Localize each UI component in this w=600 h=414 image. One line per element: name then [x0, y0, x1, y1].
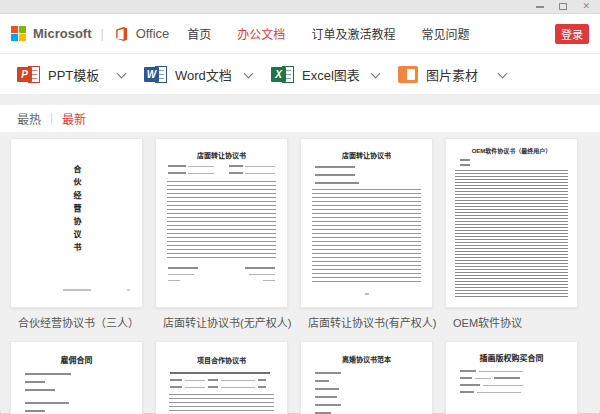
template-caption: 合伙经营协议书（三人）: [10, 314, 143, 330]
thumbnail-title: 插画版权购买合同: [446, 352, 577, 363]
nav-office-docs[interactable]: 办公文档: [237, 25, 285, 42]
microsoft-logo-icon: [11, 26, 26, 41]
template-caption: OEM软件协议: [445, 314, 578, 330]
chevron-down-icon: [245, 70, 253, 78]
category-word-docs[interactable]: W Word文档: [144, 64, 271, 85]
template-card-store-transfer-no-owner[interactable]: 店面转让协议书 店面转让协议书(无产权人): [155, 138, 288, 330]
thumbnail-title: 店面转让协议书: [156, 150, 287, 160]
document-thumbnail: OEM软件协议书（最终用户）: [445, 138, 578, 308]
filter-hottest[interactable]: 最热: [17, 110, 41, 127]
thumbnail-title: OEM软件协议书（最终用户）: [446, 146, 577, 155]
thumbnail-title: 合伙经营协议书: [71, 165, 82, 256]
thumbnail-title: 离婚协议书范本: [301, 354, 432, 364]
filter-divider: [51, 113, 52, 125]
brand-separator: |: [101, 27, 104, 41]
template-caption: 店面转让协议书(无产权人): [155, 314, 288, 330]
chevron-down-icon: [372, 70, 380, 78]
category-ppt-templates[interactable]: P PPT模板: [17, 64, 144, 85]
document-thumbnail: 离婚协议书范本: [300, 341, 433, 414]
template-card-store-transfer-with-owner[interactable]: 店面转让协议书 店面转让协议书(有产权人): [300, 138, 433, 330]
microsoft-office-logo[interactable]: Microsoft | Office: [11, 26, 169, 42]
template-card-project-cooperation[interactable]: 项目合作协议书: [155, 341, 288, 414]
excel-icon: X: [271, 64, 294, 85]
nav-orders-activation[interactable]: 订单及激活教程: [311, 25, 395, 42]
thumbnail-title: 项目合作协议书: [156, 355, 287, 365]
document-thumbnail: 店面转让协议书: [155, 138, 288, 308]
document-thumbnail: 店面转让协议书: [300, 138, 433, 308]
template-caption: 店面转让协议书(有产权人): [300, 314, 433, 330]
chevron-down-icon: [118, 70, 126, 78]
sort-filter-bar: 最热 最新: [0, 105, 600, 132]
microsoft-wordmark: Microsoft: [33, 26, 92, 41]
image-icon: [398, 66, 418, 83]
document-thumbnail: 雇佣合同: [10, 341, 143, 414]
template-card-divorce-agreement[interactable]: 离婚协议书范本: [300, 341, 433, 414]
template-card-oem-software[interactable]: OEM软件协议书（最终用户） OEM软件协议: [445, 138, 578, 330]
office-logo-icon: [113, 26, 129, 42]
close-icon: ✕: [582, 2, 590, 11]
word-icon: W: [144, 64, 167, 85]
thumbnail-title: 雇佣合同: [11, 354, 142, 365]
document-thumbnail: 合伙经营协议书: [10, 138, 143, 308]
site-header: Microsoft | Office 首页 办公文档 订单及激活教程 常见问题 …: [0, 14, 600, 54]
nav-home[interactable]: 首页: [187, 25, 211, 42]
window-titlebar: ✕: [0, 0, 600, 14]
template-grid: 合伙经营协议书 合伙经营协议书（三人） 店面转让协议书 店面转让协议书(无产权人…: [0, 132, 600, 412]
main-nav: 首页 办公文档 订单及激活教程 常见问题: [187, 25, 469, 42]
template-card-illustration-copyright[interactable]: 插画版权购买合同: [445, 341, 578, 414]
maximize-icon: [559, 3, 567, 10]
app-window: ✕ Microsoft | Office 首页 办公文档 订单及激活教程 常见问…: [0, 0, 600, 414]
section-divider: [0, 95, 600, 105]
close-button[interactable]: ✕: [582, 2, 590, 11]
document-thumbnail: 插画版权购买合同: [445, 341, 578, 414]
category-bar: P PPT模板 W Word文档 X Excel图表 图片素材: [0, 54, 600, 95]
nav-faq[interactable]: 常见问题: [421, 25, 469, 42]
chevron-down-icon: [499, 70, 507, 78]
minimize-icon: [536, 6, 544, 8]
category-excel-charts[interactable]: X Excel图表: [271, 64, 398, 85]
powerpoint-icon: P: [17, 64, 40, 85]
template-card-partnership-agreement[interactable]: 合伙经营协议书 合伙经营协议书（三人）: [10, 138, 143, 330]
document-thumbnail: 项目合作协议书: [155, 341, 288, 414]
thumbnail-title: 店面转让协议书: [301, 150, 432, 160]
office-wordmark: Office: [136, 26, 170, 41]
category-image-assets[interactable]: 图片素材: [398, 65, 525, 84]
template-card-employment-contract[interactable]: 雇佣合同: [10, 341, 143, 414]
login-button[interactable]: 登录: [555, 24, 589, 44]
minimize-button[interactable]: [536, 6, 544, 8]
filter-newest[interactable]: 最新: [62, 110, 86, 127]
maximize-button[interactable]: [559, 3, 567, 10]
